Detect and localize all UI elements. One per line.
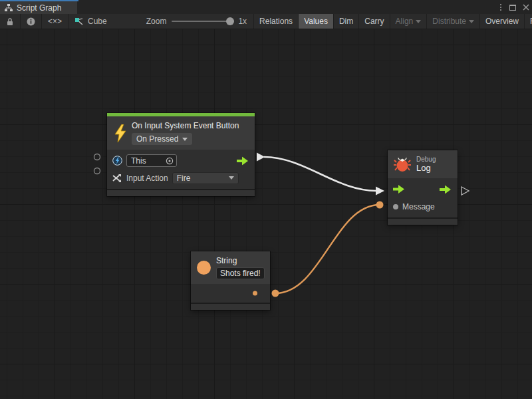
graph-target-name: Cube	[88, 17, 107, 26]
zoom-label: Zoom	[146, 17, 167, 26]
flow-input-port[interactable]	[393, 185, 404, 194]
window-tab-bar: Script Graph	[0, 0, 532, 14]
debug-node-name: Log	[416, 163, 436, 173]
string-value-field[interactable]: Shots fired!	[216, 267, 265, 279]
zoom-slider-handle[interactable]	[226, 17, 234, 25]
message-port-label: Message	[402, 202, 435, 211]
script-graph-asset-icon	[74, 17, 84, 26]
lightning-bolt-icon	[113, 124, 126, 142]
input-action-icon	[112, 174, 122, 183]
flow-connection-start-arrow	[257, 153, 265, 162]
zoom-control: Zoom 1x	[140, 14, 254, 29]
debug-bug-icon	[394, 156, 411, 172]
chevron-down-icon	[229, 176, 234, 180]
zoom-slider[interactable]	[172, 21, 233, 22]
message-value-port[interactable]	[393, 204, 398, 209]
distribute-button[interactable]: Distribute	[427, 14, 480, 29]
event-node-title: On Input System Event Button	[132, 121, 239, 130]
chevron-down-icon	[416, 20, 421, 23]
string-node-title: String	[216, 256, 265, 265]
tab-script-graph[interactable]: Script Graph	[0, 0, 77, 14]
info-button[interactable]	[21, 14, 42, 29]
code-toggle-label: <×>	[48, 17, 62, 26]
align-button[interactable]: Align	[390, 14, 428, 29]
debug-node-category: Debug	[416, 156, 436, 163]
values-button[interactable]: Values	[299, 14, 334, 29]
string-output-port[interactable]	[253, 291, 257, 296]
chevron-down-icon	[182, 138, 188, 141]
dim-button[interactable]: Dim	[334, 14, 359, 29]
lock-icon	[6, 17, 14, 26]
carry-button[interactable]: Carry	[359, 14, 390, 29]
chevron-down-icon	[469, 20, 474, 23]
input-action-dropdown[interactable]: Fire	[172, 172, 239, 184]
loose-input-port[interactable]	[94, 168, 100, 174]
string-type-icon	[197, 261, 211, 275]
value-connection-start-dot	[272, 290, 279, 297]
this-target-field[interactable]: This	[126, 154, 177, 167]
string-node-footer	[191, 303, 270, 310]
node-on-input-system-event-button[interactable]: On Input System Event Button On Pressed …	[107, 113, 255, 196]
flow-output-port[interactable]	[440, 185, 451, 194]
zoom-value: 1x	[238, 17, 247, 26]
graph-target[interactable]: Cube	[68, 14, 113, 29]
graph-toolbar: <×> Cube Zoom 1x Relations Values Dim Ca…	[0, 14, 532, 29]
value-connection-wire[interactable]	[275, 205, 380, 293]
node-string-literal[interactable]: String Shots fired!	[191, 251, 270, 310]
lock-button[interactable]	[0, 14, 21, 29]
flow-output-port[interactable]	[237, 156, 248, 165]
input-action-label: Input Action	[126, 174, 168, 183]
loose-flow-output-port[interactable]	[462, 187, 469, 195]
gameobject-self-icon	[112, 156, 122, 166]
node-debug-log[interactable]: Debug Log Message	[388, 150, 458, 225]
object-picker-icon[interactable]	[166, 157, 174, 165]
tab-title: Script Graph	[17, 3, 61, 13]
overview-button[interactable]: Overview	[480, 14, 525, 29]
window-menu-icon[interactable]	[499, 3, 503, 12]
fullscreen-button[interactable]: Full Screen	[525, 14, 532, 29]
graph-canvas[interactable]: On Input System Event Button On Pressed …	[0, 29, 532, 399]
relations-button[interactable]: Relations	[254, 14, 299, 29]
debug-node-footer	[388, 217, 458, 225]
event-mode-dropdown[interactable]: On Pressed	[132, 133, 192, 145]
loose-input-port[interactable]	[94, 154, 100, 160]
maximize-icon[interactable]	[509, 5, 516, 11]
code-preview-toggle[interactable]: <×>	[42, 14, 68, 29]
info-icon	[27, 17, 35, 26]
flow-connection-wire[interactable]	[264, 157, 376, 191]
close-icon[interactable]	[523, 4, 529, 11]
value-connection-end-dot	[376, 201, 384, 209]
event-node-footer	[107, 189, 255, 196]
flow-connection-end-arrow	[376, 187, 384, 196]
graph-window-icon	[4, 3, 13, 12]
